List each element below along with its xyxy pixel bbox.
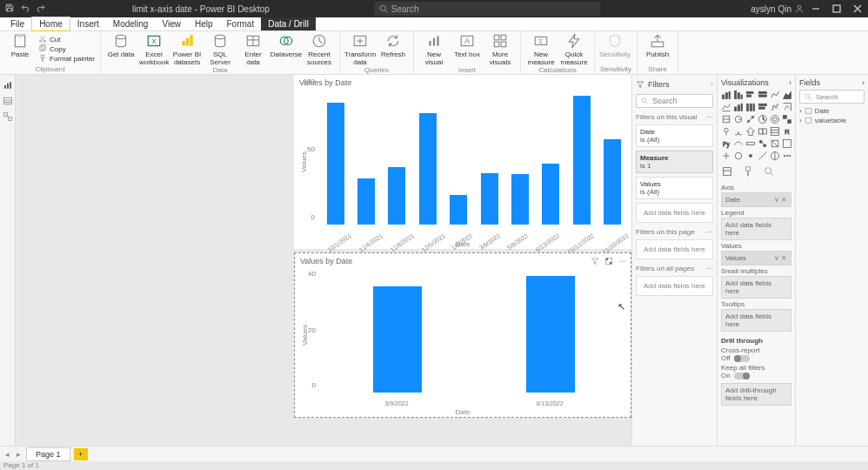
chevron-right-icon[interactable]: › xyxy=(862,78,865,87)
filter-card-measure[interactable]: Measureis 1 xyxy=(636,151,713,173)
viz-type-16[interactable] xyxy=(770,114,780,124)
viz-type-35[interactable] xyxy=(782,151,792,161)
bar[interactable] xyxy=(327,103,344,225)
table-date[interactable]: ›Date xyxy=(799,106,865,116)
viz-type-1[interactable] xyxy=(733,90,744,100)
chevron-right-icon[interactable]: › xyxy=(789,78,791,87)
bar[interactable] xyxy=(373,286,422,393)
legend-well[interactable]: Add data fields here xyxy=(721,218,791,240)
page-next[interactable]: ▸ xyxy=(15,450,23,459)
axis-well[interactable]: Date∨ ✕ xyxy=(721,192,791,207)
viz-type-25[interactable] xyxy=(733,138,744,149)
filter-card-date[interactable]: Dateis (All) xyxy=(636,124,713,147)
menu-modeling[interactable]: Modeling xyxy=(106,17,156,30)
viz-type-19[interactable] xyxy=(733,126,744,137)
viz-type-23[interactable]: R xyxy=(782,126,792,137)
bar[interactable] xyxy=(388,167,405,225)
viz-type-30[interactable] xyxy=(721,151,731,161)
table-valuetable[interactable]: ›valuetable xyxy=(799,116,865,125)
viz-type-0[interactable] xyxy=(721,90,731,100)
bar[interactable] xyxy=(450,195,467,225)
visual-values-by-date-top[interactable]: Values by Date 0 50 100 Values 10/1/2021… xyxy=(294,75,631,249)
filter-icon[interactable] xyxy=(591,257,599,267)
viz-type-21[interactable] xyxy=(758,126,768,137)
paste-button[interactable]: Paste xyxy=(5,33,35,65)
new-visual-button[interactable]: New visual xyxy=(419,33,449,66)
menu-home[interactable]: Home xyxy=(31,17,70,32)
values-well[interactable]: Values∨ ✕ xyxy=(721,251,791,265)
enter-data-button[interactable]: Enter data xyxy=(238,33,268,66)
viz-type-32[interactable] xyxy=(745,151,756,161)
quick-measure-button[interactable]: Quick measure xyxy=(559,33,589,66)
maximize-button[interactable] xyxy=(831,3,842,14)
viz-type-15[interactable] xyxy=(758,114,768,124)
viz-type-29[interactable] xyxy=(782,138,792,149)
cross-report-toggle[interactable]: Off xyxy=(721,354,791,362)
viz-type-13[interactable] xyxy=(733,114,744,124)
menu-data-drill[interactable]: Data / Drill xyxy=(261,17,316,30)
menu-help[interactable]: Help xyxy=(188,17,220,30)
focus-icon[interactable] xyxy=(604,257,613,267)
small-multiples-well[interactable]: Add data fields here xyxy=(721,276,791,299)
global-search[interactable]: Search xyxy=(374,2,600,16)
filters-header[interactable]: Filters › xyxy=(636,78,713,91)
undo-icon[interactable] xyxy=(21,3,30,14)
viz-type-12[interactable] xyxy=(721,114,731,124)
filters-all-drop[interactable]: Add data fields here xyxy=(636,276,713,296)
new-measure-button[interactable]: ΣNew measure xyxy=(526,33,556,66)
cut-button[interactable]: Cut xyxy=(38,35,95,44)
viz-type-22[interactable] xyxy=(770,126,780,137)
bar[interactable] xyxy=(357,178,375,225)
viz-header[interactable]: Visualizations› xyxy=(721,78,791,87)
more-icon[interactable]: ⋯ xyxy=(706,228,713,236)
menu-format[interactable]: Format xyxy=(220,17,262,30)
chevron-right-icon[interactable]: › xyxy=(711,80,713,89)
viz-type-28[interactable] xyxy=(770,138,780,149)
drill-through-well[interactable]: Add drill-through fields here xyxy=(721,383,791,406)
bar[interactable] xyxy=(481,173,498,225)
more-icon[interactable]: ⋯ xyxy=(706,113,713,121)
get-data-button[interactable]: Get data xyxy=(106,33,136,66)
user-account[interactable]: ayslyn Qin xyxy=(751,4,804,14)
analytics-tab-icon[interactable] xyxy=(763,165,775,178)
format-tab-icon[interactable] xyxy=(742,165,754,178)
viz-type-31[interactable] xyxy=(733,151,744,161)
more-icon[interactable] xyxy=(618,257,627,267)
text-box-button[interactable]: AText box xyxy=(452,33,482,66)
model-view-icon[interactable] xyxy=(3,111,13,122)
bar[interactable] xyxy=(573,96,591,225)
keep-filters-toggle[interactable]: On xyxy=(721,372,791,379)
data-view-icon[interactable] xyxy=(3,96,13,106)
recent-sources-button[interactable]: Recent sources xyxy=(304,33,334,66)
viz-type-27[interactable] xyxy=(758,138,768,149)
viz-type-3[interactable] xyxy=(758,90,768,100)
viz-type-2[interactable] xyxy=(745,90,756,100)
save-icon[interactable] xyxy=(5,3,14,14)
menu-view[interactable]: View xyxy=(155,17,188,30)
menu-insert[interactable]: Insert xyxy=(70,17,106,30)
copy-button[interactable]: Copy xyxy=(38,44,95,53)
sql-button[interactable]: SQL Server xyxy=(205,33,235,66)
more-visuals-button[interactable]: More visuals xyxy=(485,33,515,66)
more-icon[interactable]: ⋯ xyxy=(706,265,713,272)
bar[interactable] xyxy=(419,113,437,225)
filter-card-values[interactable]: Valuesis (All) xyxy=(636,177,713,199)
page-tab-1[interactable]: Page 1 xyxy=(26,447,70,461)
viz-type-11[interactable] xyxy=(782,102,792,112)
publish-button[interactable]: Publish xyxy=(643,33,672,65)
viz-type-8[interactable] xyxy=(745,102,756,112)
fields-header[interactable]: Fields› xyxy=(799,78,865,87)
viz-type-20[interactable] xyxy=(745,126,756,137)
pbi-datasets-button[interactable]: Power BI datasets xyxy=(172,33,202,66)
viz-type-6[interactable] xyxy=(721,102,731,112)
bar[interactable] xyxy=(542,164,559,225)
report-view-icon[interactable] xyxy=(3,80,13,91)
filters-search[interactable]: Search xyxy=(636,94,713,108)
fields-tab-icon[interactable] xyxy=(721,165,733,178)
viz-type-26[interactable] xyxy=(745,138,756,149)
viz-type-10[interactable] xyxy=(770,102,780,112)
bar[interactable] xyxy=(511,174,529,225)
refresh-button[interactable]: Refresh xyxy=(378,33,408,66)
viz-type-14[interactable] xyxy=(745,114,756,124)
minimize-button[interactable] xyxy=(811,3,821,14)
